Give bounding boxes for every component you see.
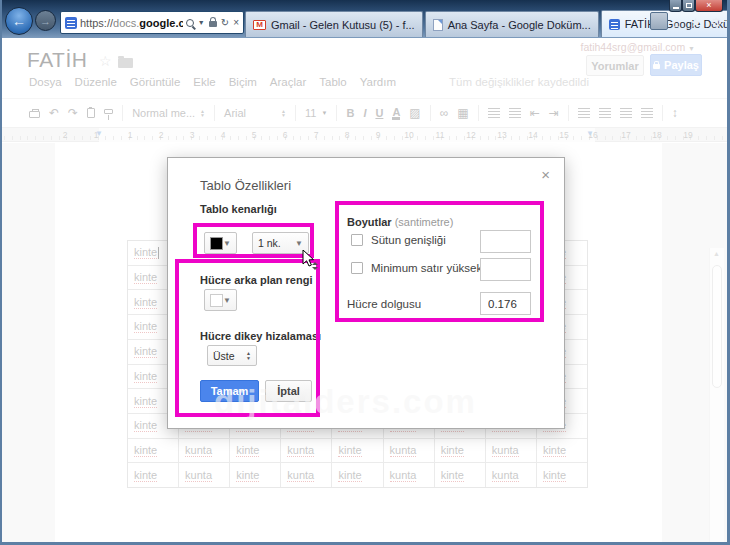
lock-icon [209, 21, 217, 27]
tab-label: Gmail - Gelen Kutusu (5) - f... [271, 19, 415, 31]
page-icon [433, 19, 443, 31]
address-bar[interactable]: https://docs.google.c... ▼ ↻ × [60, 11, 244, 34]
window-close-button[interactable]: × [695, 0, 723, 12]
annotation-box-dimensions [335, 201, 544, 322]
search-icon[interactable] [186, 19, 194, 27]
stop-icon[interactable]: × [233, 17, 239, 28]
new-tab-button[interactable] [650, 12, 668, 30]
watermark: dijitalders.com [214, 383, 477, 421]
browser-chrome: ← → https://docs.google.c... ▼ ↻ × M Gma… [2, 0, 727, 38]
gmail-icon: M [253, 20, 266, 30]
tab-label: Ana Sayfa - Google Doküm... [448, 19, 591, 31]
annotation-box-border-controls [193, 223, 314, 258]
docs-favicon-icon [609, 19, 620, 30]
mouse-cursor-icon [302, 250, 318, 272]
home-icon[interactable]: ⌂ [673, 15, 681, 30]
dropdown-icon[interactable]: ▼ [198, 19, 205, 26]
back-button[interactable]: ← [5, 7, 33, 35]
docs-favicon-icon [65, 17, 77, 29]
url-text: https://docs.google.c... [80, 17, 183, 29]
tab-ana-sayfa[interactable]: Ana Sayfa - Google Doküm... [425, 11, 599, 37]
tab-gmail[interactable]: M Gmail - Gelen Kutusu (5) - f... [245, 11, 423, 37]
refresh-icon[interactable]: ↻ [221, 17, 229, 28]
table-border-label: Tablo kenarlığı [200, 203, 277, 215]
dialog-close-icon[interactable]: × [541, 166, 550, 183]
dialog-title: Tablo Özellikleri [200, 178, 291, 193]
window-maximize-button[interactable] [682, 0, 695, 12]
favorites-star-icon[interactable]: ★ [690, 15, 702, 30]
settings-gear-icon[interactable]: ⚙ [710, 15, 722, 30]
forward-button[interactable]: → [35, 10, 56, 31]
window-minimize-button[interactable] [669, 0, 682, 12]
